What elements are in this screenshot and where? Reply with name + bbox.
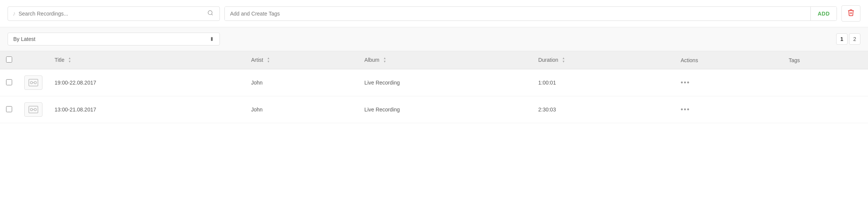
pagination: 1 2 — [836, 33, 860, 45]
row-thumb-cell — [18, 69, 49, 96]
header-checkbox-col — [0, 51, 18, 69]
sort-dropdown[interactable]: By Latest ⬍ — [8, 33, 220, 45]
row-thumb-cell — [18, 96, 49, 123]
artist-sort-arrows: ▲▼ — [267, 57, 270, 63]
page-2-button[interactable]: 2 — [849, 33, 860, 45]
trash-icon — [847, 9, 855, 16]
row-checkbox-cell — [0, 69, 18, 96]
main-container: ♪ ADD By Latest — [0, 0, 868, 210]
header-thumb-col — [18, 51, 49, 69]
row-duration: 2:30:03 — [532, 96, 675, 123]
row-actions-button[interactable]: ••• — [681, 106, 690, 113]
row-album: Live Recording — [358, 69, 532, 96]
header-duration[interactable]: Duration ▲▼ — [532, 51, 675, 69]
album-sort-arrows: ▲▼ — [383, 57, 386, 63]
tag-input[interactable] — [225, 7, 810, 20]
row-actions-cell: ••• — [675, 69, 783, 96]
row-thumbnail — [24, 75, 42, 90]
svg-line-1 — [212, 14, 213, 15]
table-row: 19:00-22.08.2017 John Live Recording 1:0… — [0, 69, 868, 96]
row-checkbox[interactable] — [6, 106, 12, 112]
row-checkbox-cell — [0, 96, 18, 123]
search-input[interactable] — [19, 11, 206, 17]
header-artist[interactable]: Artist ▲▼ — [245, 51, 359, 69]
row-title: 19:00-22.08.2017 — [49, 69, 245, 96]
row-album: Live Recording — [358, 96, 532, 123]
row-artist: John — [245, 69, 359, 96]
chevron-down-icon: ⬍ — [210, 36, 214, 42]
select-all-checkbox[interactable] — [6, 56, 12, 63]
row-thumbnail — [24, 102, 42, 117]
row-actions-cell: ••• — [675, 96, 783, 123]
header-title[interactable]: Title ▲▼ — [49, 51, 245, 69]
row-checkbox[interactable] — [6, 79, 12, 85]
music-icon: ♪ — [13, 10, 16, 17]
svg-point-4 — [34, 81, 36, 84]
toolbar: ♪ ADD — [0, 0, 868, 27]
add-tag-button[interactable]: ADD — [810, 7, 837, 20]
tag-box: ADD — [224, 6, 837, 21]
header-actions: Actions — [675, 51, 783, 69]
row-artist: John — [245, 96, 359, 123]
svg-point-7 — [30, 108, 33, 111]
recordings-table: Title ▲▼ Artist ▲▼ Album — [0, 51, 868, 123]
row-title: 13:00-21.08.2017 — [49, 96, 245, 123]
table-header-row: Title ▲▼ Artist ▲▼ Album — [0, 51, 868, 69]
row-tags-cell — [783, 96, 868, 123]
svg-point-8 — [34, 108, 36, 111]
svg-point-0 — [208, 11, 212, 15]
row-tags-cell — [783, 69, 868, 96]
search-button[interactable] — [206, 10, 215, 17]
row-duration: 1:00:01 — [532, 69, 675, 96]
row-actions-button[interactable]: ••• — [681, 79, 690, 86]
delete-button[interactable] — [841, 5, 860, 22]
sort-label: By Latest — [13, 36, 35, 42]
filter-bar: By Latest ⬍ 1 2 — [0, 27, 868, 51]
page-1-button[interactable]: 1 — [836, 33, 848, 45]
svg-point-3 — [30, 81, 33, 84]
search-box: ♪ — [8, 6, 220, 21]
header-album[interactable]: Album ▲▼ — [358, 51, 532, 69]
duration-sort-arrows: ▲▼ — [562, 57, 565, 63]
header-tags: Tags — [783, 51, 868, 69]
table-row: 13:00-21.08.2017 John Live Recording 2:3… — [0, 96, 868, 123]
title-sort-arrows: ▲▼ — [68, 57, 71, 63]
search-icon — [207, 10, 213, 16]
